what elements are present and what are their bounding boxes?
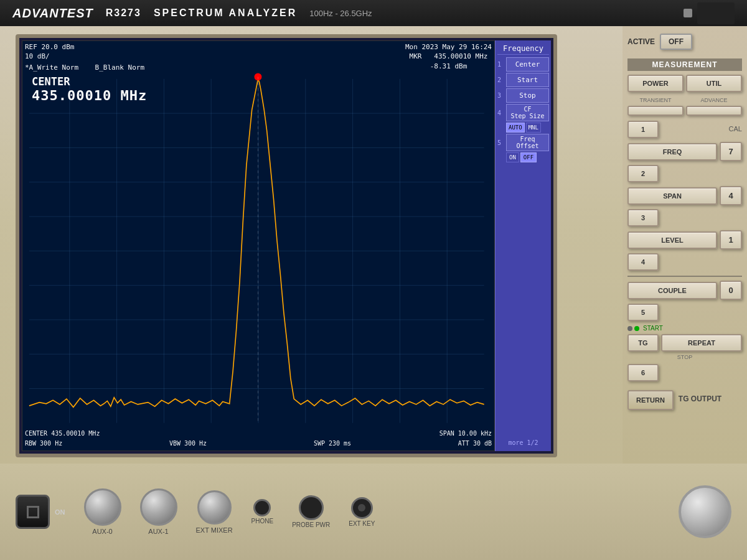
freq-button[interactable]: FREQ	[627, 143, 717, 161]
bottom-panel: ON AUX-0 AUX-1 EXT MIXER PHONE PROBE PWR	[0, 464, 747, 560]
advance-label: ADVANCE	[686, 97, 742, 103]
divider	[627, 276, 742, 277]
measurement-label: MEASUREMENT	[627, 58, 742, 71]
cal-label: CAL	[729, 125, 742, 133]
instrument-body: ADVANTEST R3273 SPECTRUM ANALYZER 100Hz …	[0, 0, 747, 560]
active-label: ACTIVE	[627, 37, 655, 46]
ext-key-connector[interactable]	[351, 497, 373, 519]
menu-item-center: 1 Center	[497, 57, 549, 72]
phone-jack[interactable]	[253, 499, 271, 516]
date-time-display: Mon 2023 May 29 16:24 MKR 435.00010 MHz …	[405, 42, 492, 71]
freq-menu-title: Frequency	[497, 43, 549, 55]
probe-pwr-connector[interactable]	[299, 495, 324, 520]
tg-button[interactable]: TG	[627, 334, 659, 352]
center-menu-btn[interactable]: Center	[506, 57, 549, 72]
start-menu-btn[interactable]: Start	[506, 73, 549, 87]
level-button[interactable]: LEVEL	[627, 231, 717, 249]
freq-offset-on-btn[interactable]: ON	[506, 152, 519, 162]
screen-inner: REF 20.0 dBm 10 dB/ *A_Write Norm B_Blan…	[22, 40, 551, 451]
brand-logo: ADVANTEST	[12, 6, 93, 21]
footer-rbw: RBW 300 Hz	[25, 439, 62, 448]
cf-mnl-btn[interactable]: MNL	[526, 123, 541, 133]
footer-span: SPAN 10.00 kHz	[439, 429, 492, 438]
menu-item-stop: 3 Stop	[497, 88, 549, 103]
mkr-label: MKR	[410, 52, 422, 60]
ext-mixer-group: EXT MIXER	[196, 490, 233, 534]
power-util-row: POWER UTIL	[627, 75, 742, 92]
freq-menu-panel: Frequency 1 Center 2 Start 3 Stop	[495, 40, 551, 451]
top-module	[697, 2, 735, 24]
ref-info: REF 20.0 dBm 10 dB/ *A_Write Norm B_Blan…	[25, 42, 144, 72]
cf-menu-btn: CFStep Size	[506, 104, 549, 121]
probe-pwr-group: PROBE PWR	[292, 495, 330, 528]
mkr-level: -8.31 dBm	[405, 62, 492, 71]
on-off-row: ON OFF	[506, 152, 549, 162]
phone-group: PHONE	[251, 499, 274, 525]
util-button[interactable]: UTIL	[686, 75, 742, 92]
freq-offset-off-btn[interactable]: OFF	[520, 152, 537, 162]
menu-item-freq-offset: 5 FreqOffset	[497, 134, 549, 151]
on-label: ON	[55, 508, 65, 516]
freq-offset-btn: FreqOffset	[506, 134, 549, 151]
trace-b: B_Blank Norm	[95, 63, 144, 72]
active-section: ACTIVE OFF	[627, 31, 742, 52]
num-0-button[interactable]: 0	[720, 281, 742, 300]
power-button[interactable]: POWER	[627, 75, 684, 92]
ext-key-label: EXT KEY	[349, 520, 375, 527]
center-label: CENTER	[32, 75, 147, 88]
aux1-group: AUX-1	[140, 488, 177, 535]
num-5-button[interactable]: 5	[627, 304, 659, 321]
return-button[interactable]: RETURN	[627, 390, 674, 410]
freq-range: 100Hz - 26.5GHz	[309, 9, 372, 18]
active-off-button[interactable]: OFF	[660, 34, 692, 50]
ext-mixer-knob[interactable]	[197, 490, 232, 525]
cf-auto-btn[interactable]: AUTO	[506, 123, 525, 133]
start-indicator	[634, 326, 639, 331]
footer-att: ATT 30 dB	[458, 439, 492, 448]
tg-output-label: TG OUTPUT	[679, 394, 721, 403]
repeat-button[interactable]: REPEAT	[661, 334, 742, 352]
num-7-button[interactable]: 7	[720, 142, 742, 161]
ext-key-group: EXT KEY	[349, 497, 375, 527]
stop-indicator	[627, 326, 632, 331]
indicator-light	[684, 9, 692, 17]
tg-output-group	[679, 485, 731, 538]
transient-button[interactable]	[627, 106, 684, 116]
trace-a: *A_Write Norm	[25, 63, 78, 72]
cf-step-row: AUTO MNL	[506, 123, 549, 133]
ref-div: 10 dB/	[25, 52, 144, 61]
footer-swp: SWP 230 ms	[314, 439, 351, 448]
num-3-button[interactable]: 3	[627, 209, 659, 226]
num-1-button[interactable]: 1	[627, 121, 659, 138]
screen-header: REF 20.0 dBm 10 dB/ *A_Write Norm B_Blan…	[25, 42, 492, 73]
analyzer-title: SPECTRUM ANALYZER	[154, 7, 297, 19]
mkr-freq: 435.00010 MHz	[434, 52, 487, 60]
span-button[interactable]: SPAN	[627, 187, 717, 205]
menu-item-cf: 4 CFStep Size	[497, 104, 549, 121]
advance-button[interactable]	[686, 106, 742, 116]
num-4-btn[interactable]: 4	[627, 253, 659, 271]
stop-menu-btn[interactable]: Stop	[506, 88, 549, 103]
tg-output-knob[interactable]	[679, 485, 731, 538]
footer-vbw: VBW 300 Hz	[169, 439, 207, 448]
num-6-button[interactable]: 6	[627, 364, 659, 381]
start-label: START	[643, 325, 663, 332]
transient-advance-row	[627, 106, 742, 116]
right-panel: ACTIVE OFF MEASUREMENT POWER UTIL TRANSI…	[622, 26, 747, 464]
stop-label: STOP	[627, 354, 742, 360]
power-button-main[interactable]	[16, 495, 50, 529]
num-2-button[interactable]: 2	[627, 165, 659, 182]
couple-button[interactable]: COUPLE	[627, 282, 717, 299]
power-section: ON	[16, 495, 65, 529]
num-4-button[interactable]: 4	[720, 186, 742, 205]
num-1-key[interactable]: 1	[720, 230, 742, 250]
ref-level: REF 20.0 dBm	[25, 42, 144, 52]
model-text: R3273	[106, 7, 141, 19]
aux0-knob[interactable]	[84, 488, 121, 526]
ext-mixer-label: EXT MIXER	[196, 526, 233, 534]
aux1-knob[interactable]	[140, 488, 177, 526]
aux0-label: AUX-0	[92, 528, 112, 535]
plot-area: REF 20.0 dBm 10 dB/ *A_Write Norm B_Blan…	[22, 40, 495, 451]
aux0-group: AUX-0	[84, 488, 121, 535]
menu-more[interactable]: more 1/2	[497, 437, 549, 449]
